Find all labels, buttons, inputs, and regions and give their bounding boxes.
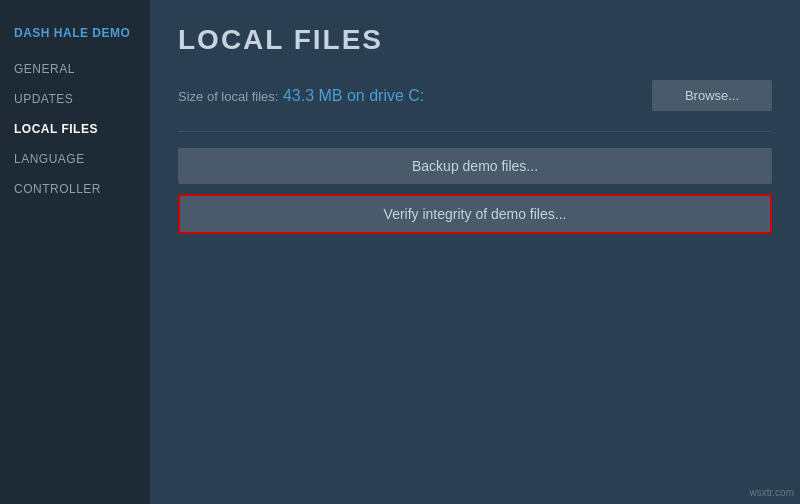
verify-button[interactable]: Verify integrity of demo files... — [178, 194, 772, 234]
file-size-value: 43.3 MB on drive C: — [283, 87, 424, 104]
file-size-label: Size of local files: — [178, 89, 278, 104]
sidebar: DASH HALE DEMO GENERAL UPDATES LOCAL FIL… — [0, 0, 150, 504]
divider — [178, 131, 772, 132]
main-window: DASH HALE DEMO GENERAL UPDATES LOCAL FIL… — [0, 0, 800, 504]
browse-button[interactable]: Browse... — [652, 80, 772, 111]
page-title: LOCAL FILES — [178, 24, 772, 56]
file-info-row: Size of local files: 43.3 MB on drive C:… — [178, 80, 772, 111]
main-content: LOCAL FILES Size of local files: 43.3 MB… — [150, 0, 800, 504]
sidebar-item-language[interactable]: LANGUAGE — [0, 146, 150, 172]
file-size-info: Size of local files: 43.3 MB on drive C: — [178, 87, 424, 105]
backup-button[interactable]: Backup demo files... — [178, 148, 772, 184]
sidebar-item-local-files[interactable]: LOCAL FILES — [0, 116, 150, 142]
sidebar-item-controller[interactable]: CONTROLLER — [0, 176, 150, 202]
watermark: wsxtr.com — [750, 487, 794, 498]
sidebar-item-general[interactable]: GENERAL — [0, 56, 150, 82]
sidebar-item-updates[interactable]: UPDATES — [0, 86, 150, 112]
sidebar-app-title[interactable]: DASH HALE DEMO — [0, 20, 150, 46]
